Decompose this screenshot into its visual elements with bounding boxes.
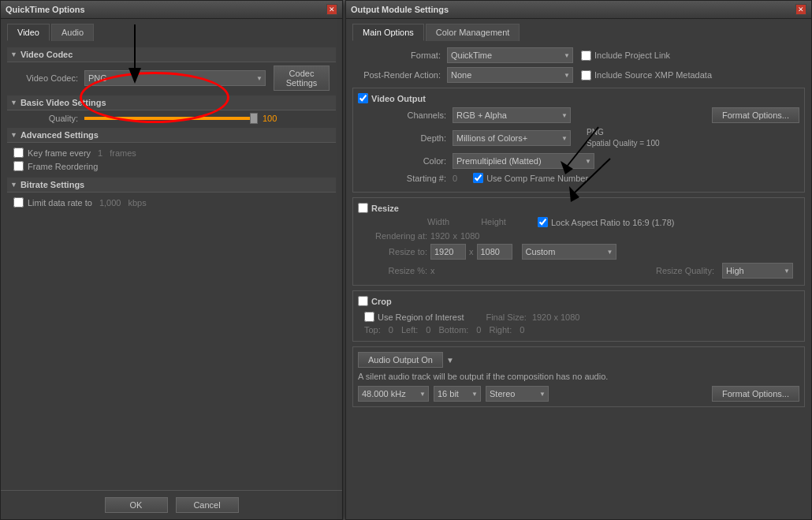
resize-to-w-input[interactable]	[430, 244, 466, 260]
include-xmp-checkbox[interactable]	[581, 70, 591, 80]
use-comp-frame-label: Use Comp Frame Number	[486, 174, 588, 183]
depth-row: Depth: Millions of Colors+ PNG Spatial Q…	[358, 127, 799, 149]
channels-select[interactable]: RGB + Alpha	[453, 107, 571, 123]
keyframe-value: 1	[98, 148, 102, 158]
starting-hash-label: Starting #:	[358, 174, 453, 183]
rendering-at-x: x	[453, 231, 457, 241]
resize-to-x: x	[469, 247, 474, 256]
color-select-wrap[interactable]: Premultiplied (Matted)	[453, 153, 594, 169]
video-codec-header[interactable]: ▼ Video Codec	[7, 47, 336, 62]
resize-preset-select[interactable]: Custom	[522, 244, 616, 260]
audio-dropdown-arrow[interactable]: ▼	[446, 356, 454, 365]
resize-header-row: Width Height Lock Aspect Ratio to 16:9 (…	[358, 217, 799, 227]
basic-video-header[interactable]: ▼ Basic Video Settings	[7, 95, 336, 110]
sample-rate-select[interactable]: 48.000 kHz	[358, 386, 429, 402]
audio-bits-wrap[interactable]: 16 bit	[434, 386, 481, 402]
post-render-label: Post-Render Action:	[352, 70, 447, 80]
width-col-label: Width	[427, 217, 449, 227]
post-render-select-wrap[interactable]: None	[447, 67, 573, 83]
ok-btn[interactable]: OK	[105, 497, 168, 513]
lock-aspect-checkbox[interactable]	[538, 217, 548, 227]
resize-title-row: Resize	[358, 203, 799, 213]
audio-format-options-btn[interactable]: Format Options...	[712, 386, 799, 402]
tab-main-options[interactable]: Main Options	[352, 24, 424, 41]
channels-audio-wrap[interactable]: Stereo	[486, 386, 549, 402]
om-window-controls: ✕	[795, 4, 806, 15]
quicktime-close-btn[interactable]: ✕	[326, 4, 337, 15]
limit-rate-checkbox[interactable]	[13, 197, 24, 208]
height-col-label: Height	[481, 217, 506, 227]
resize-label: Resize	[371, 204, 399, 213]
final-size-value: 1920 x 1080	[532, 312, 580, 322]
resize-to-h-input[interactable]	[477, 244, 512, 260]
keyframe-unit: frames	[110, 148, 136, 158]
channels-audio-select[interactable]: Stereo	[486, 386, 549, 402]
resize-quality-wrap[interactable]: High Low Medium	[722, 263, 793, 279]
codec-select[interactable]: PNG H.264 ProRes 4444	[84, 70, 266, 86]
codec-settings-btn[interactable]: Codec Settings	[274, 65, 330, 91]
resize-quality-label: Resize Quality:	[656, 266, 714, 275]
sample-rate-wrap[interactable]: 48.000 kHz	[358, 386, 429, 402]
quality-slider-wrap: 100	[84, 114, 282, 123]
codec-select-wrap[interactable]: PNG H.264 ProRes 4444	[84, 70, 266, 86]
resize-checkbox[interactable]	[358, 203, 368, 213]
limit-rate-row: Limit data rate to 1,000 kbps	[7, 196, 336, 209]
depth-select[interactable]: Millions of Colors+	[453, 130, 571, 146]
bottom-value: 0	[476, 325, 481, 335]
video-format-options-btn[interactable]: Format Options...	[712, 107, 799, 123]
tab-color-management[interactable]: Color Management	[426, 24, 520, 41]
keyframe-label: Key frame every	[28, 148, 91, 158]
limit-unit: kbps	[128, 198, 146, 208]
video-output-section: Video Output Channels: RGB + Alpha Forma…	[352, 88, 805, 193]
frame-reorder-checkbox[interactable]	[13, 161, 24, 171]
tab-video[interactable]: Video	[7, 24, 50, 41]
channels-row: Channels: RGB + Alpha Format Options...	[358, 107, 799, 123]
use-comp-frame-checkbox[interactable]	[473, 173, 483, 183]
codec-label: Video Codec:	[13, 73, 84, 83]
post-render-select[interactable]: None	[447, 67, 573, 83]
om-tabs: Main Options Color Management	[346, 19, 811, 41]
rendering-at-label: Rendering at:	[364, 231, 427, 241]
crop-checkbox[interactable]	[358, 296, 368, 306]
color-select[interactable]: Premultiplied (Matted)	[453, 153, 594, 169]
depth-select-wrap[interactable]: Millions of Colors+	[453, 130, 571, 146]
collapse-triangle4: ▼	[10, 181, 17, 189]
collapse-triangle2: ▼	[10, 99, 17, 107]
include-project-link-row: Include Project Link	[581, 51, 670, 61]
basic-video-label: Basic Video Settings	[20, 98, 106, 107]
tab-audio[interactable]: Audio	[51, 24, 94, 41]
png-note: PNG Spatial Quality = 100	[587, 127, 660, 149]
top-label: Top:	[364, 325, 381, 335]
quicktime-window-controls: ✕	[326, 4, 337, 15]
quality-label: Quality:	[13, 114, 84, 123]
bitrate-header[interactable]: ▼ Bitrate Settings	[7, 178, 336, 193]
quality-slider[interactable]	[84, 117, 258, 120]
resize-quality-select[interactable]: High Low Medium	[722, 263, 793, 279]
resize-section: Resize Width Height Lock Aspect Ratio to…	[352, 197, 805, 286]
quicktime-bottom-bar: OK Cancel	[1, 490, 342, 519]
om-close-btn[interactable]: ✕	[795, 4, 806, 15]
starting-hash-row: Starting #: 0 Use Comp Frame Number	[358, 173, 799, 183]
advanced-header[interactable]: ▼ Advanced Settings	[7, 128, 336, 143]
resize-to-label: Resize to:	[364, 247, 427, 256]
resize-preset-wrap[interactable]: Custom	[522, 244, 616, 260]
audio-notice: A silent audio track will be output if t…	[358, 372, 799, 381]
format-select-wrap[interactable]: QuickTime	[447, 47, 573, 63]
lock-aspect-row: Lock Aspect Ratio to 16:9 (1.78)	[538, 217, 675, 227]
quicktime-titlebar: QuickTime Options ✕	[1, 1, 342, 19]
video-output-checkbox[interactable]	[358, 93, 368, 103]
left-value: 0	[426, 325, 430, 335]
keyframe-checkbox[interactable]	[13, 148, 24, 158]
quicktime-content: ▼ Video Codec Video Codec: PNG H.264 Pro…	[1, 41, 342, 220]
cancel-btn[interactable]: Cancel	[176, 497, 239, 513]
audio-output-btn[interactable]: Audio Output On	[358, 352, 443, 368]
color-row: Color: Premultiplied (Matted)	[358, 153, 799, 169]
include-project-link-checkbox[interactable]	[581, 51, 591, 61]
png-note-line1: PNG	[587, 127, 660, 138]
format-select[interactable]: QuickTime	[447, 47, 573, 63]
use-roi-checkbox[interactable]	[364, 312, 374, 322]
channels-select-wrap[interactable]: RGB + Alpha	[453, 107, 571, 123]
audio-bits-select[interactable]: 16 bit	[434, 386, 481, 402]
rendering-at-h: 1080	[460, 231, 479, 241]
format-label: Format:	[352, 51, 447, 60]
